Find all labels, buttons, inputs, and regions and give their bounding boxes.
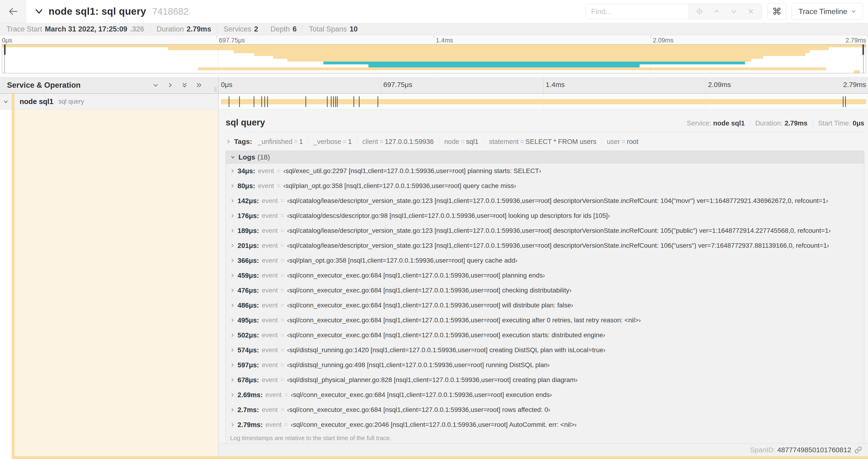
log-expand-icon[interactable] [230,228,235,233]
find-prev-icon[interactable] [713,7,720,15]
locate-icon[interactable] [696,8,703,15]
tag-item[interactable]: statement=SELECT * FROM users [484,138,601,145]
span-detail-color-stripe [12,110,14,456]
log-expand-icon[interactable] [230,363,235,367]
span-collapse-icon[interactable] [0,98,12,105]
span-log-marker[interactable] [239,96,240,107]
span-log-marker[interactable] [267,96,268,107]
log-timestamp: 189μs: [238,227,259,235]
log-entry-row[interactable]: 201μs:event = ‹sql/catalog/lease/descrip… [226,238,864,253]
log-expand-icon[interactable] [230,348,235,352]
logs-header[interactable]: Logs (18) [226,151,864,163]
span-log-marker[interactable] [353,96,354,107]
log-expand-icon[interactable] [230,393,235,397]
span-log-marker[interactable] [335,96,336,107]
log-entry-row[interactable]: 34μs:event = ‹sql/exec_util.go:2297 [nsq… [226,163,864,178]
log-expand-icon[interactable] [230,378,235,382]
span-log-marker[interactable] [333,96,334,107]
log-expand-icon[interactable] [230,303,235,308]
find-clear-icon[interactable] [747,8,754,15]
minimap-scrubber-left[interactable] [4,44,6,55]
collapse-all-icon[interactable] [181,81,188,89]
span-service-name[interactable]: node sql1 [20,97,54,106]
span-detail-meta-pair: Duration: 2.79ms [750,120,813,127]
log-field-key: event [258,182,274,189]
log-expand-icon[interactable] [230,318,235,323]
log-expand-icon[interactable] [230,169,235,173]
span-log-marker[interactable] [845,96,846,107]
span-log-marker[interactable] [261,96,262,107]
column-resize-grip[interactable] [214,87,216,92]
log-expand-icon[interactable] [230,214,235,218]
span-log-marker[interactable] [265,96,265,107]
logs-collapse-icon [230,154,236,160]
log-field-equals: = [274,182,283,189]
log-entry-row[interactable]: 495μs:event = ‹sql/conn_executor_exec.go… [226,313,864,328]
tag-item[interactable]: user=root [601,138,644,145]
span-duration-bar[interactable] [221,99,866,104]
log-expand-icon[interactable] [230,198,235,203]
ruler-tick-label: 2.09ms [706,81,731,89]
log-expand-icon[interactable] [230,422,235,427]
log-field-equals: = [278,197,287,204]
span-log-marker[interactable] [359,96,360,107]
span-log-marker[interactable] [331,96,332,107]
deep-link-icon[interactable] [855,446,862,454]
find-next-icon[interactable] [730,7,738,15]
span-detail-meta-pair: Service: node sql1 [682,120,750,127]
span-row-name-column[interactable]: node sql1 sql query [0,94,218,109]
minimap-span-row [2,47,866,50]
log-entry-row[interactable]: 678μs:event = ‹sql/distsql_physical_plan… [226,372,864,387]
minimap-scrubber-right[interactable] [862,44,864,55]
expand-one-icon[interactable] [166,81,174,89]
log-entry-row[interactable]: 574μs:event = ‹sql/distsql_running.go:14… [226,342,864,358]
span-log-marker[interactable] [254,96,254,107]
back-button[interactable] [0,0,26,23]
tag-item[interactable]: node=sql1 [439,138,484,145]
keyboard-shortcuts-button[interactable]: ⌘ [768,3,786,20]
log-entry-row[interactable]: 486μs:event = ‹sql/conn_executor_exec.go… [226,298,864,313]
span-log-marker[interactable] [843,96,843,107]
tags-row[interactable]: Tags: _unfinished=1_verbose=1client=127.… [226,138,864,145]
tags-expand-icon[interactable] [226,139,231,144]
span-log-marker[interactable] [305,96,306,107]
log-entry-row[interactable]: 2.69ms:event = ‹sql/conn_executor_exec.g… [226,387,864,402]
log-expand-icon[interactable] [230,407,235,412]
log-entry-row[interactable]: 2.7ms:event = ‹sql/conn_executor_exec.go… [226,402,864,417]
log-entry-row[interactable]: 142μs:event = ‹sql/catalog/lease/descrip… [226,193,864,208]
minimap-canvas[interactable] [2,44,866,73]
service-operation-title: Service & Operation [7,81,81,90]
span-log-marker[interactable] [377,96,378,107]
log-expand-icon[interactable] [230,333,235,337]
log-entry-row[interactable]: 366μs:event = ‹sql/plan_opt.go:358 [nsql… [226,253,864,268]
log-entry-row[interactable]: 2.79ms:event = ‹sql/conn_executor_exec.g… [226,417,864,432]
tag-item[interactable]: _unfinished=1 [254,138,308,145]
log-entry-row[interactable]: 597μs:event = ‹sql/distsql_running.go:49… [226,358,864,372]
trace-id: 7418682 [152,6,189,17]
log-expand-icon[interactable] [230,243,235,248]
log-entry-row[interactable]: 476μs:event = ‹sql/conn_executor_exec.go… [226,283,864,298]
chevron-down-icon[interactable] [34,7,43,16]
log-expand-icon[interactable] [230,258,235,263]
log-entry-row[interactable]: 459μs:event = ‹sql/conn_executor_exec.go… [226,268,864,283]
log-expand-icon[interactable] [230,184,235,188]
log-timestamp: 2.79ms: [238,421,263,429]
span-log-marker[interactable] [229,96,229,107]
collapse-one-icon[interactable] [152,81,159,89]
tag-item[interactable]: client=127.0.0.1:59936 [357,138,439,145]
log-expand-icon[interactable] [230,288,235,293]
span-row-timeline[interactable] [218,94,868,109]
expand-all-icon[interactable] [195,81,203,89]
log-field-equals: = [278,302,287,309]
log-entry-row[interactable]: 189μs:event = ‹sql/catalog/lease/descrip… [226,223,864,238]
log-entry-row[interactable]: 502μs:event = ‹sql/conn_executor_exec.go… [226,328,864,342]
span-log-marker[interactable] [337,96,338,107]
span-log-marker[interactable] [327,96,328,107]
trace-timeline-view-button[interactable]: Trace Timeline [792,3,863,20]
log-entry-row[interactable]: 80μs:event = ‹sql/plan_opt.go:358 [nsql1… [226,178,864,193]
find-input[interactable] [586,4,688,19]
log-expand-icon[interactable] [230,273,235,278]
log-entry-row[interactable]: 176μs:event = ‹sql/catalog/descs/descrip… [226,208,864,223]
log-message: event = ‹sql/conn_executor_exec.go:684 [… [262,272,545,279]
tag-item[interactable]: _verbose=1 [308,138,357,145]
